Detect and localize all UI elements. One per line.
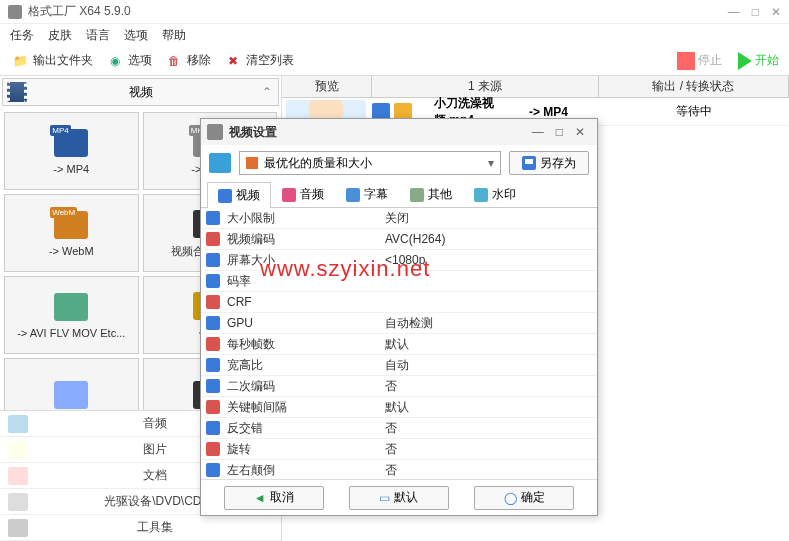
default-button[interactable]: ▭默认 xyxy=(349,486,449,510)
col-status[interactable]: 输出 / 转换状态 xyxy=(599,76,789,97)
format-tile-6[interactable] xyxy=(4,358,139,410)
prop-row-9[interactable]: 关键帧间隔默认 xyxy=(201,397,597,418)
col-preview[interactable]: 预览 xyxy=(282,76,372,97)
prop-row-4[interactable]: CRF xyxy=(201,292,597,313)
prop-row-8[interactable]: 二次编码否 xyxy=(201,376,597,397)
prop-icon xyxy=(206,442,220,456)
tab-label: 视频 xyxy=(236,187,260,204)
category-row-4[interactable]: 工具集 xyxy=(0,515,281,541)
menu-language[interactable]: 语言 xyxy=(86,27,110,44)
prop-key: 大小限制 xyxy=(225,210,385,227)
cancel-button[interactable]: ◄取消 xyxy=(224,486,324,510)
prop-value: 自动检测 xyxy=(385,315,597,332)
category-icon xyxy=(8,493,28,511)
prop-key: 左右颠倒 xyxy=(225,462,385,479)
prop-row-0[interactable]: 大小限制关闭 xyxy=(201,208,597,229)
prop-value: 关闭 xyxy=(385,210,597,227)
prop-key: 关键帧间隔 xyxy=(225,399,385,416)
prop-icon xyxy=(206,379,220,393)
prop-icon xyxy=(206,463,220,477)
video-header-label: 视频 xyxy=(129,84,153,101)
prop-row-3[interactable]: 码率 xyxy=(201,271,597,292)
app-title: 格式工厂 X64 5.9.0 xyxy=(28,3,728,20)
prop-icon xyxy=(206,337,220,351)
tab-2[interactable]: 字幕 xyxy=(335,181,399,207)
video-category-header[interactable]: 视频 ⌃ xyxy=(2,78,279,106)
prop-key: 码率 xyxy=(225,273,385,290)
property-list: 大小限制关闭视频编码AVC(H264)屏幕大小<1080p码率CRFGPU自动检… xyxy=(201,208,597,479)
tab-icon xyxy=(346,188,360,202)
video-settings-dialog: 视频设置 — □ ✕ 最优化的质量和大小 另存为 视频音频字幕其他水印 大小限制… xyxy=(200,118,598,516)
dialog-close-icon[interactable]: ✕ xyxy=(575,125,585,139)
clear-icon: ✖ xyxy=(223,51,243,71)
save-as-button[interactable]: 另存为 xyxy=(509,151,589,175)
prop-row-10[interactable]: 反交错否 xyxy=(201,418,597,439)
dialog-minimize-icon[interactable]: — xyxy=(532,125,544,139)
tab-3[interactable]: 其他 xyxy=(399,181,463,207)
tile-icon xyxy=(51,379,91,410)
prop-row-11[interactable]: 旋转否 xyxy=(201,439,597,460)
start-button[interactable]: 开始 xyxy=(734,50,783,72)
menu-help[interactable]: 帮助 xyxy=(162,27,186,44)
prop-value: <1080p xyxy=(385,253,597,267)
ok-button[interactable]: ◯确定 xyxy=(474,486,574,510)
prop-row-1[interactable]: 视频编码AVC(H264) xyxy=(201,229,597,250)
save-icon xyxy=(522,156,536,170)
preset-label: 最优化的质量和大小 xyxy=(264,155,372,172)
tab-icon xyxy=(282,188,296,202)
format-tile-2[interactable]: WebM-> WebM xyxy=(4,194,139,272)
tab-0[interactable]: 视频 xyxy=(207,182,271,208)
tile-icon: MP4 xyxy=(51,127,91,159)
prop-icon xyxy=(206,400,220,414)
menu-options[interactable]: 选项 xyxy=(124,27,148,44)
prop-icon xyxy=(206,316,220,330)
prop-value: 否 xyxy=(385,420,597,437)
prop-row-5[interactable]: GPU自动检测 xyxy=(201,313,597,334)
back-arrow-icon: ◄ xyxy=(254,491,266,505)
file-status: 等待中 xyxy=(599,103,789,120)
prop-row-6[interactable]: 每秒帧数默认 xyxy=(201,334,597,355)
format-tile-4[interactable]: -> AVI FLV MOV Etc... xyxy=(4,276,139,354)
settings-icon xyxy=(207,124,223,140)
check-circle-icon: ◯ xyxy=(504,491,517,505)
tile-icon xyxy=(51,291,91,323)
prop-icon xyxy=(206,358,220,372)
options-icon: ◉ xyxy=(105,51,125,71)
format-tile-0[interactable]: MP4-> MP4 xyxy=(4,112,139,190)
tile-label: -> WebM xyxy=(49,245,94,257)
prop-key: CRF xyxy=(225,295,385,309)
dialog-title: 视频设置 xyxy=(229,124,526,141)
clear-list-button[interactable]: ✖清空列表 xyxy=(219,49,298,73)
remove-icon: 🗑 xyxy=(164,51,184,71)
prop-value: 自动 xyxy=(385,357,597,374)
prop-row-2[interactable]: 屏幕大小<1080p xyxy=(201,250,597,271)
tab-label: 字幕 xyxy=(364,186,388,203)
prop-icon xyxy=(206,295,220,309)
prop-key: 每秒帧数 xyxy=(225,336,385,353)
preset-icon xyxy=(246,157,258,169)
dialog-maximize-icon[interactable]: □ xyxy=(556,125,563,139)
minimize-icon[interactable]: — xyxy=(728,5,740,19)
options-button[interactable]: ◉选项 xyxy=(101,49,156,73)
output-folder-button[interactable]: 📁输出文件夹 xyxy=(6,49,97,73)
preset-combo[interactable]: 最优化的质量和大小 xyxy=(239,151,501,175)
menu-skin[interactable]: 皮肤 xyxy=(48,27,72,44)
column-headers: 预览 1 来源 输出 / 转换状态 xyxy=(282,76,789,98)
prop-row-7[interactable]: 宽高比自动 xyxy=(201,355,597,376)
stop-button[interactable]: 停止 xyxy=(673,50,726,72)
category-icon xyxy=(8,519,28,537)
tab-1[interactable]: 音频 xyxy=(271,181,335,207)
prop-key: 反交错 xyxy=(225,420,385,437)
prop-row-12[interactable]: 左右颠倒否 xyxy=(201,460,597,479)
play-icon xyxy=(738,52,752,70)
maximize-icon[interactable]: □ xyxy=(752,5,759,19)
prop-value: 否 xyxy=(385,441,597,458)
app-icon xyxy=(8,5,22,19)
remove-button[interactable]: 🗑移除 xyxy=(160,49,215,73)
menu-tasks[interactable]: 任务 xyxy=(10,27,34,44)
tab-4[interactable]: 水印 xyxy=(463,181,527,207)
close-icon[interactable]: ✕ xyxy=(771,5,781,19)
prop-icon xyxy=(206,253,220,267)
tile-label: -> MP4 xyxy=(53,163,89,175)
toolbar: 📁输出文件夹 ◉选项 🗑移除 ✖清空列表 停止 开始 xyxy=(0,46,789,76)
